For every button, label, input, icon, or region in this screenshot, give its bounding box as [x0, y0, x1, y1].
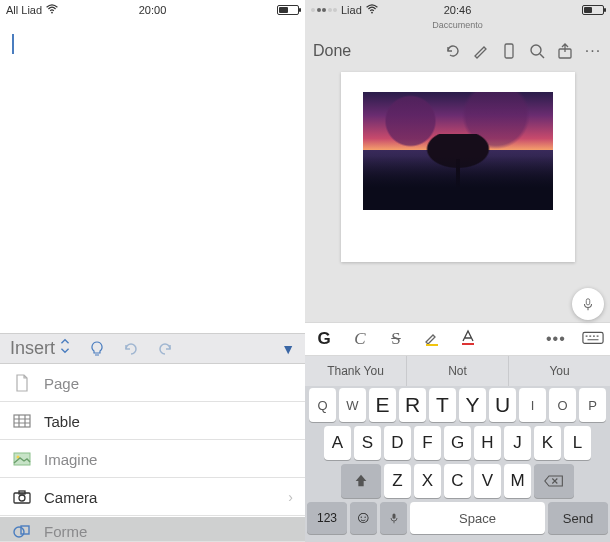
done-button[interactable]: Done — [313, 42, 434, 60]
menu-label: Page — [44, 375, 79, 392]
key-v[interactable]: V — [474, 464, 501, 498]
italic-button[interactable]: C — [351, 329, 369, 349]
dictation-button[interactable] — [572, 288, 604, 320]
key-u[interactable]: U — [489, 388, 516, 422]
toolbar: Done ··· — [305, 34, 610, 68]
clock-label: 20:00 — [104, 4, 202, 16]
svg-point-0 — [51, 12, 53, 14]
inserted-image[interactable] — [363, 92, 553, 210]
document-area — [305, 68, 610, 322]
key-d[interactable]: D — [384, 426, 411, 460]
svg-rect-13 — [586, 299, 590, 305]
carrier-label: All Liad — [6, 4, 42, 16]
editor-body[interactable] — [0, 20, 305, 333]
strike-button[interactable]: S — [387, 329, 405, 349]
keyboard: Q W E R T Y U I O P A S D F G H J K L Z — [305, 386, 610, 542]
key-k[interactable]: K — [534, 426, 561, 460]
key-q[interactable]: Q — [309, 388, 336, 422]
wifi-icon — [366, 4, 378, 16]
key-r[interactable]: R — [399, 388, 426, 422]
status-bar-left: All Liad 20:00 — [0, 0, 305, 20]
key-p[interactable]: P — [579, 388, 606, 422]
menu-label: Forme — [44, 523, 87, 540]
clock-label: 20:46 — [409, 4, 507, 16]
key-t[interactable]: T — [429, 388, 456, 422]
keyboard-toggle-icon[interactable] — [582, 328, 600, 351]
page-icon — [12, 373, 32, 393]
suggestion-item[interactable]: You — [509, 356, 610, 386]
key-m[interactable]: M — [504, 464, 531, 498]
insert-dropdown[interactable]: Insert — [10, 338, 71, 359]
bulb-icon[interactable] — [89, 341, 105, 357]
table-icon — [12, 411, 32, 431]
key-z[interactable]: Z — [384, 464, 411, 498]
svg-point-11 — [531, 45, 541, 55]
menu-label: Table — [44, 413, 80, 430]
svg-rect-16 — [392, 514, 395, 519]
battery-icon — [277, 5, 299, 15]
menu-label: Camera — [44, 489, 97, 506]
carrier-label: Liad — [341, 4, 362, 16]
device-icon[interactable] — [500, 42, 518, 60]
camera-icon — [12, 487, 32, 507]
key-i[interactable]: I — [519, 388, 546, 422]
menu-item-camera[interactable]: Camera › — [0, 478, 305, 516]
more-format-icon[interactable]: ••• — [546, 330, 564, 348]
updown-icon — [59, 338, 71, 359]
key-a[interactable]: A — [324, 426, 351, 460]
highlight-button[interactable] — [423, 328, 441, 351]
chevron-right-icon: › — [288, 489, 293, 505]
undo-icon[interactable] — [123, 341, 139, 357]
insert-header: Insert ▼ — [0, 333, 305, 364]
left-phone-pane: All Liad 20:00 Insert — [0, 0, 305, 542]
search-icon[interactable] — [528, 42, 546, 60]
svg-rect-14 — [462, 343, 474, 345]
menu-item-page[interactable]: Page — [0, 364, 305, 402]
suggestion-item[interactable]: Thank You — [305, 356, 407, 386]
svg-rect-1 — [14, 415, 30, 427]
key-w[interactable]: W — [339, 388, 366, 422]
key-x[interactable]: X — [414, 464, 441, 498]
insert-title: Insert — [10, 338, 55, 359]
key-o[interactable]: O — [549, 388, 576, 422]
menu-item-table[interactable]: Table — [0, 402, 305, 440]
undo-icon[interactable] — [444, 42, 462, 60]
backspace-key[interactable] — [534, 464, 574, 498]
key-y[interactable]: Y — [459, 388, 486, 422]
send-key[interactable]: Send — [548, 502, 608, 534]
key-l[interactable]: L — [564, 426, 591, 460]
font-color-button[interactable] — [459, 328, 477, 351]
share-icon[interactable] — [556, 42, 574, 60]
menu-item-forme[interactable]: Forme — [0, 516, 305, 542]
key-h[interactable]: H — [474, 426, 501, 460]
mic-key[interactable] — [380, 502, 407, 534]
caret-down-icon[interactable]: ▼ — [281, 341, 295, 357]
key-c[interactable]: C — [444, 464, 471, 498]
signal-icon — [311, 8, 337, 12]
bold-button[interactable]: G — [315, 329, 333, 349]
text-cursor — [12, 34, 14, 54]
image-icon — [12, 449, 32, 469]
draw-icon[interactable] — [472, 42, 490, 60]
document-page[interactable] — [341, 72, 575, 262]
more-icon[interactable]: ··· — [584, 42, 602, 60]
shift-key[interactable] — [341, 464, 381, 498]
emoji-key[interactable]: ☺ — [350, 502, 377, 534]
svg-rect-10 — [505, 44, 513, 58]
redo-icon[interactable] — [157, 341, 173, 357]
wifi-icon — [46, 4, 58, 16]
svg-rect-8 — [21, 526, 29, 534]
key-f[interactable]: F — [414, 426, 441, 460]
numbers-key[interactable]: 123 — [307, 502, 347, 534]
menu-item-imagine[interactable]: Imagine — [0, 440, 305, 478]
battery-icon — [582, 5, 604, 15]
key-e[interactable]: E — [369, 388, 396, 422]
suggestion-item[interactable]: Not — [407, 356, 509, 386]
svg-point-9 — [371, 12, 373, 14]
shapes-icon — [12, 521, 32, 541]
key-s[interactable]: S — [354, 426, 381, 460]
key-j[interactable]: J — [504, 426, 531, 460]
space-key[interactable]: Space — [410, 502, 545, 534]
key-g[interactable]: G — [444, 426, 471, 460]
svg-point-5 — [19, 495, 25, 501]
